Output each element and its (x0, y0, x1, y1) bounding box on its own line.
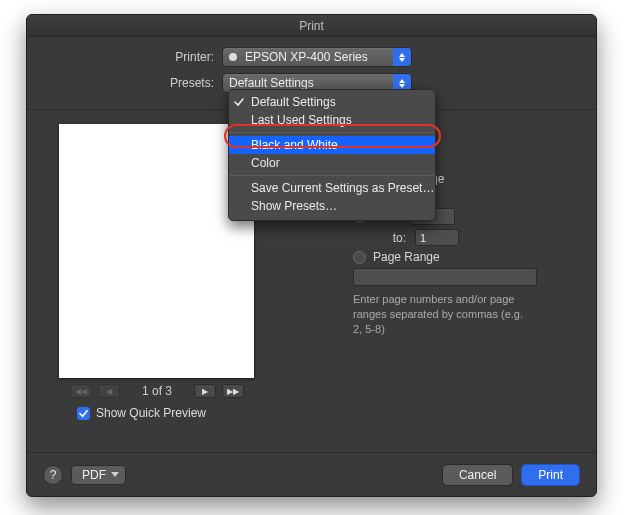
help-button[interactable]: ? (43, 465, 63, 485)
show-quick-preview-checkbox[interactable] (77, 407, 90, 420)
presets-menu[interactable]: Default Settings Last Used Settings Blac… (228, 89, 436, 221)
pdf-menu-button[interactable]: PDF (71, 465, 126, 485)
pdf-label: PDF (82, 468, 106, 482)
to-field[interactable] (415, 229, 459, 246)
printer-value: EPSON XP-400 Series (245, 50, 368, 64)
pages-to-row: to: (353, 229, 576, 246)
cancel-button[interactable]: Cancel (442, 464, 513, 486)
to-label: to: (353, 231, 408, 245)
check-icon (79, 409, 88, 418)
page-indicator: 1 of 3 (142, 384, 172, 398)
dialog-footer: ? PDF Cancel Print (27, 452, 596, 496)
menu-item-last-used[interactable]: Last Used Settings (229, 111, 435, 129)
pages-range-row[interactable]: Page Range (353, 250, 576, 264)
menu-separator (229, 175, 435, 176)
printer-popup[interactable]: EPSON XP-400 Series (222, 47, 412, 67)
page-preview (59, 124, 254, 378)
presets-label: Presets: (47, 76, 222, 90)
menu-item-save-preset[interactable]: Save Current Settings as Preset… (229, 179, 435, 197)
print-dialog: Print Printer: EPSON XP-400 Series Prese… (26, 14, 597, 497)
show-quick-preview-label: Show Quick Preview (96, 406, 206, 420)
menu-item-show-presets[interactable]: Show Presets… (229, 197, 435, 215)
preview-nav: ◀◀ ◀ 1 of 3 ▶ ▶▶ (47, 384, 267, 398)
radio-range-label: Page Range (373, 250, 440, 264)
radio-range[interactable] (353, 251, 366, 264)
last-page-button[interactable]: ▶▶ (222, 384, 244, 398)
printer-status-icon (229, 53, 237, 61)
print-button[interactable]: Print (521, 464, 580, 486)
next-page-button[interactable]: ▶ (194, 384, 216, 398)
first-page-button[interactable]: ◀◀ (70, 384, 92, 398)
page-range-hint: Enter page numbers and/or page ranges se… (353, 292, 533, 337)
menu-item-default-settings[interactable]: Default Settings (229, 93, 435, 111)
menu-item-black-and-white[interactable]: Black and White (229, 136, 435, 154)
presets-value: Default Settings (229, 76, 314, 90)
updown-icon (393, 48, 411, 66)
chevron-down-icon (111, 472, 119, 477)
check-icon (234, 93, 244, 111)
menu-separator (229, 132, 435, 133)
window-title: Print (27, 15, 596, 37)
printer-label: Printer: (47, 50, 222, 64)
prev-page-button[interactable]: ◀ (98, 384, 120, 398)
page-range-field[interactable] (353, 268, 537, 286)
menu-item-color[interactable]: Color (229, 154, 435, 172)
